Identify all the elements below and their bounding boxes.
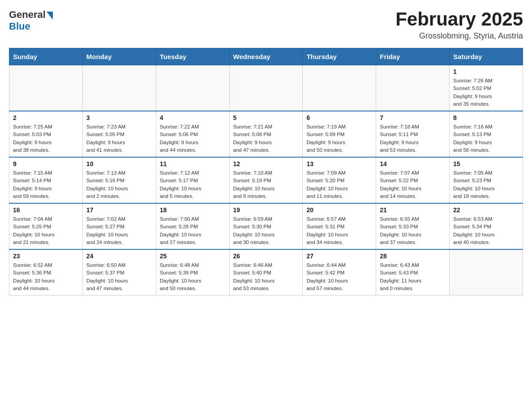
day-number: 4	[160, 114, 226, 121]
calendar-day-cell	[303, 65, 376, 111]
calendar-day-cell: 12Sunrise: 7:10 AMSunset: 5:19 PMDayligh…	[229, 157, 303, 203]
day-number: 16	[13, 206, 79, 214]
calendar-day-cell: 28Sunrise: 6:43 AMSunset: 5:43 PMDayligh…	[376, 249, 450, 295]
day-info: Sunrise: 6:53 AMSunset: 5:34 PMDaylight:…	[453, 215, 519, 246]
day-info: Sunrise: 7:15 AMSunset: 5:14 PMDaylight:…	[13, 169, 79, 200]
calendar-day-cell: 23Sunrise: 6:52 AMSunset: 5:36 PMDayligh…	[9, 249, 83, 295]
calendar-week-row: 9Sunrise: 7:15 AMSunset: 5:14 PMDaylight…	[9, 157, 523, 203]
day-number: 7	[380, 114, 446, 121]
calendar-day-cell: 13Sunrise: 7:09 AMSunset: 5:20 PMDayligh…	[303, 157, 376, 203]
day-of-week-header: Thursday	[303, 48, 376, 65]
logo-blue-text: Blue	[9, 21, 53, 32]
day-info: Sunrise: 7:10 AMSunset: 5:19 PMDaylight:…	[233, 169, 299, 200]
calendar-day-cell: 16Sunrise: 7:04 AMSunset: 5:25 PMDayligh…	[9, 203, 83, 249]
day-info: Sunrise: 6:46 AMSunset: 5:40 PMDaylight:…	[233, 261, 299, 292]
day-number: 1	[453, 68, 519, 75]
calendar-day-cell: 6Sunrise: 7:19 AMSunset: 5:09 PMDaylight…	[303, 111, 376, 157]
calendar-day-cell: 7Sunrise: 7:18 AMSunset: 5:11 PMDaylight…	[376, 111, 450, 157]
logo-general-text: General	[9, 9, 46, 21]
day-info: Sunrise: 7:07 AMSunset: 5:22 PMDaylight:…	[380, 169, 446, 200]
calendar-day-cell: 22Sunrise: 6:53 AMSunset: 5:34 PMDayligh…	[450, 203, 523, 249]
calendar-day-cell	[9, 65, 83, 111]
day-number: 2	[13, 114, 79, 121]
day-info: Sunrise: 7:25 AMSunset: 5:03 PMDaylight:…	[13, 123, 79, 154]
day-number: 11	[160, 160, 226, 167]
day-number: 17	[86, 206, 152, 214]
calendar-day-cell: 8Sunrise: 7:16 AMSunset: 5:13 PMDaylight…	[450, 111, 523, 157]
day-of-week-header: Monday	[82, 48, 156, 65]
calendar-day-cell: 14Sunrise: 7:07 AMSunset: 5:22 PMDayligh…	[376, 157, 450, 203]
day-number: 6	[306, 114, 372, 121]
day-info: Sunrise: 7:05 AMSunset: 5:23 PMDaylight:…	[453, 169, 519, 200]
day-number: 15	[453, 160, 519, 167]
day-of-week-header: Sunday	[9, 48, 83, 65]
day-info: Sunrise: 7:00 AMSunset: 5:28 PMDaylight:…	[160, 215, 226, 246]
calendar-subtitle: Grosslobming, Styria, Austria	[395, 31, 523, 41]
calendar-week-row: 23Sunrise: 6:52 AMSunset: 5:36 PMDayligh…	[9, 249, 523, 295]
calendar-day-cell	[229, 65, 303, 111]
calendar-day-cell: 3Sunrise: 7:23 AMSunset: 5:05 PMDaylight…	[82, 111, 156, 157]
day-number: 10	[86, 160, 152, 167]
day-info: Sunrise: 7:09 AMSunset: 5:20 PMDaylight:…	[306, 169, 372, 200]
calendar-week-row: 16Sunrise: 7:04 AMSunset: 5:25 PMDayligh…	[9, 203, 523, 249]
day-info: Sunrise: 6:57 AMSunset: 5:31 PMDaylight:…	[306, 215, 372, 246]
day-number: 14	[380, 160, 446, 167]
day-info: Sunrise: 7:22 AMSunset: 5:06 PMDaylight:…	[160, 123, 226, 154]
day-info: Sunrise: 6:43 AMSunset: 5:43 PMDaylight:…	[380, 261, 446, 292]
day-info: Sunrise: 6:55 AMSunset: 5:33 PMDaylight:…	[380, 215, 446, 246]
day-number: 12	[233, 160, 299, 167]
calendar-day-cell: 15Sunrise: 7:05 AMSunset: 5:23 PMDayligh…	[450, 157, 523, 203]
calendar-day-cell: 18Sunrise: 7:00 AMSunset: 5:28 PMDayligh…	[156, 203, 229, 249]
day-number: 8	[453, 114, 519, 121]
page-header: General Blue February 2025 Grosslobming,…	[9, 9, 523, 41]
calendar-day-cell: 26Sunrise: 6:46 AMSunset: 5:40 PMDayligh…	[229, 249, 303, 295]
calendar-day-cell: 27Sunrise: 6:44 AMSunset: 5:42 PMDayligh…	[303, 249, 376, 295]
day-number: 13	[306, 160, 372, 167]
day-info: Sunrise: 6:48 AMSunset: 5:39 PMDaylight:…	[160, 261, 226, 292]
day-of-week-header: Saturday	[450, 48, 523, 65]
day-info: Sunrise: 7:04 AMSunset: 5:25 PMDaylight:…	[13, 215, 79, 246]
day-number: 24	[86, 253, 152, 260]
calendar-day-cell: 19Sunrise: 6:59 AMSunset: 5:30 PMDayligh…	[229, 203, 303, 249]
day-of-week-header: Friday	[376, 48, 450, 65]
day-info: Sunrise: 7:12 AMSunset: 5:17 PMDaylight:…	[160, 169, 226, 200]
day-info: Sunrise: 6:44 AMSunset: 5:42 PMDaylight:…	[306, 261, 372, 292]
calendar-day-cell	[450, 249, 523, 295]
calendar-day-cell: 20Sunrise: 6:57 AMSunset: 5:31 PMDayligh…	[303, 203, 376, 249]
calendar-day-cell: 10Sunrise: 7:13 AMSunset: 5:16 PMDayligh…	[82, 157, 156, 203]
day-of-week-header: Tuesday	[156, 48, 229, 65]
day-info: Sunrise: 7:21 AMSunset: 5:08 PMDaylight:…	[233, 123, 299, 154]
calendar-table: SundayMondayTuesdayWednesdayThursdayFrid…	[9, 48, 523, 295]
calendar-day-cell	[376, 65, 450, 111]
day-info: Sunrise: 7:16 AMSunset: 5:13 PMDaylight:…	[453, 123, 519, 154]
day-info: Sunrise: 7:23 AMSunset: 5:05 PMDaylight:…	[86, 123, 152, 154]
calendar-day-cell: 17Sunrise: 7:02 AMSunset: 5:27 PMDayligh…	[82, 203, 156, 249]
day-info: Sunrise: 7:13 AMSunset: 5:16 PMDaylight:…	[86, 169, 152, 200]
calendar-week-row: 1Sunrise: 7:26 AMSunset: 5:02 PMDaylight…	[9, 65, 523, 111]
day-number: 27	[306, 253, 372, 260]
day-info: Sunrise: 7:18 AMSunset: 5:11 PMDaylight:…	[380, 123, 446, 154]
calendar-day-cell: 2Sunrise: 7:25 AMSunset: 5:03 PMDaylight…	[9, 111, 83, 157]
calendar-day-cell: 9Sunrise: 7:15 AMSunset: 5:14 PMDaylight…	[9, 157, 83, 203]
calendar-week-row: 2Sunrise: 7:25 AMSunset: 5:03 PMDaylight…	[9, 111, 523, 157]
day-info: Sunrise: 7:02 AMSunset: 5:27 PMDaylight:…	[86, 215, 152, 246]
day-number: 22	[453, 206, 519, 214]
logo: General Blue	[9, 9, 53, 32]
calendar-day-cell: 1Sunrise: 7:26 AMSunset: 5:02 PMDaylight…	[450, 65, 523, 111]
day-number: 26	[233, 253, 299, 260]
calendar-day-cell: 25Sunrise: 6:48 AMSunset: 5:39 PMDayligh…	[156, 249, 229, 295]
day-number: 5	[233, 114, 299, 121]
calendar-header-row: SundayMondayTuesdayWednesdayThursdayFrid…	[9, 48, 523, 65]
day-number: 21	[380, 206, 446, 214]
calendar-title: February 2025	[395, 9, 523, 30]
day-number: 28	[380, 253, 446, 260]
calendar-day-cell	[156, 65, 229, 111]
day-info: Sunrise: 7:26 AMSunset: 5:02 PMDaylight:…	[453, 77, 519, 108]
calendar-day-cell: 24Sunrise: 6:50 AMSunset: 5:37 PMDayligh…	[82, 249, 156, 295]
logo-arrow-icon	[47, 12, 53, 20]
day-of-week-header: Wednesday	[229, 48, 303, 65]
day-info: Sunrise: 7:19 AMSunset: 5:09 PMDaylight:…	[306, 123, 372, 154]
calendar-day-cell: 4Sunrise: 7:22 AMSunset: 5:06 PMDaylight…	[156, 111, 229, 157]
calendar-day-cell: 21Sunrise: 6:55 AMSunset: 5:33 PMDayligh…	[376, 203, 450, 249]
calendar-day-cell: 11Sunrise: 7:12 AMSunset: 5:17 PMDayligh…	[156, 157, 229, 203]
